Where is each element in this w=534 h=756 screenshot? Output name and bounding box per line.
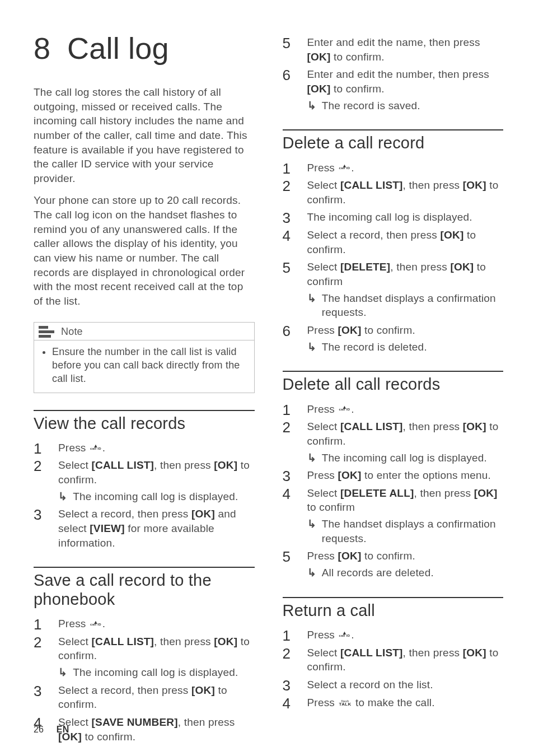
step: Select a record on the list.: [283, 678, 504, 692]
sub-result: ↳The incoming call log is displayed.: [58, 489, 255, 504]
result-arrow-icon: ↳: [307, 99, 316, 113]
section-divider: [283, 129, 504, 130]
step: Enter and edit the name, then press [OK]…: [283, 35, 504, 64]
step: Enter and edit the number, then press [O…: [283, 67, 504, 113]
talk-icon: flashTALK: [339, 700, 352, 706]
step: Press ▲call ID.: [283, 402, 504, 417]
step: Select [CALL LIST], then press [OK] to c…: [34, 458, 255, 503]
section-view-title: View the call records: [34, 414, 255, 433]
result-arrow-icon: ↳: [58, 665, 67, 680]
section-save-title: Save a call record to the phonebook: [34, 571, 255, 609]
step: Select a record, then press [OK] to conf…: [34, 683, 255, 712]
intro-paragraph-2: Your phone can store up to 20 call recor…: [34, 193, 255, 308]
return-steps: Press ▲call ID. Select [CALL LIST], then…: [283, 628, 504, 710]
sub-result: ↳The handset displays a confirmation req…: [307, 517, 504, 545]
sub-result: ↳The record is deleted.: [307, 340, 504, 354]
section-divider: [283, 371, 504, 372]
section-return-title: Return a call: [283, 601, 504, 620]
delete-all-steps: Press ▲call ID. Select [CALL LIST], then…: [283, 402, 504, 580]
right-column: Enter and edit the name, then press [OK]…: [283, 31, 504, 747]
callid-icon: ▲call ID: [90, 621, 101, 626]
step: Press [OK] to enter the options menu.: [283, 468, 504, 483]
section-divider: [34, 567, 255, 568]
step: Press ▲call ID.: [34, 441, 255, 455]
section-delete-one-title: Delete a call record: [283, 134, 504, 152]
note-text: Ensure the number in the call list is va…: [52, 345, 246, 386]
step: Press ▲call ID.: [283, 161, 504, 175]
step: The incoming call log is displayed.: [283, 210, 504, 225]
delete-one-steps: Press ▲call ID. Select [CALL LIST], then…: [283, 161, 504, 354]
sub-result: ↳The incoming call log is displayed.: [307, 451, 504, 465]
step: Select a record, then press [OK] and sel…: [34, 507, 255, 550]
note-title: Note: [61, 326, 83, 338]
callid-icon: ▲call ID: [339, 165, 350, 170]
chapter-title: 8Call log: [34, 31, 255, 66]
step: Select a record, then press [OK] to conf…: [283, 228, 504, 256]
page-footer: 26 EN: [34, 725, 69, 735]
left-column: 8Call log The call log stores the call h…: [34, 31, 255, 747]
sub-result: ↳All records are deleted.: [307, 566, 504, 580]
note-box: Note Ensure the number in the call list …: [34, 322, 255, 393]
step: Press ▲call ID.: [283, 628, 504, 642]
page-content: 8Call log The call log stores the call h…: [0, 0, 534, 756]
step: Select [DELETE ALL], then press [OK] to …: [283, 486, 504, 546]
step: Press flashTALK to make the call.: [283, 696, 504, 710]
result-arrow-icon: ↳: [307, 291, 316, 320]
view-steps: Press ▲call ID. Select [CALL LIST], then…: [34, 441, 255, 550]
callid-icon: ▲call ID: [90, 445, 101, 450]
save-steps-continued: Enter and edit the name, then press [OK]…: [283, 35, 504, 113]
note-icon: [39, 326, 54, 337]
step: Select [CALL LIST], then press [OK] to c…: [283, 419, 504, 465]
chapter-name: Call log: [67, 31, 169, 65]
result-arrow-icon: ↳: [58, 489, 67, 504]
section-divider: [283, 597, 504, 598]
note-header: Note: [34, 323, 254, 340]
result-arrow-icon: ↳: [307, 451, 316, 465]
step: Select [DELETE], then press [OK] to conf…: [283, 260, 504, 320]
step: Select [CALL LIST], then press [OK] to c…: [283, 178, 504, 207]
result-arrow-icon: ↳: [307, 517, 316, 545]
section-divider: [34, 410, 255, 411]
sub-result: ↳The incoming call log is displayed.: [58, 665, 255, 680]
step: Press [OK] to confirm. ↳The record is de…: [283, 323, 504, 354]
callid-icon: ▲call ID: [339, 406, 350, 411]
step: Select [CALL LIST], then press [OK] to c…: [283, 646, 504, 674]
step: Select [CALL LIST], then press [OK] to c…: [34, 634, 255, 680]
chapter-number: 8: [34, 31, 67, 66]
result-arrow-icon: ↳: [307, 340, 316, 354]
intro-paragraph-1: The call log stores the call history of …: [34, 85, 255, 185]
result-arrow-icon: ↳: [307, 566, 316, 580]
step: Press ▲call ID.: [34, 617, 255, 631]
note-body: Ensure the number in the call list is va…: [34, 340, 254, 393]
page-language: EN: [57, 725, 69, 734]
sub-result: ↳The record is saved.: [307, 99, 504, 113]
page-number: 26: [34, 725, 44, 734]
step: Press [OK] to confirm. ↳All records are …: [283, 549, 504, 580]
sub-result: ↳The handset displays a confirmation req…: [307, 291, 504, 320]
section-delete-all-title: Delete all call records: [283, 375, 504, 394]
callid-icon: ▲call ID: [339, 632, 350, 637]
